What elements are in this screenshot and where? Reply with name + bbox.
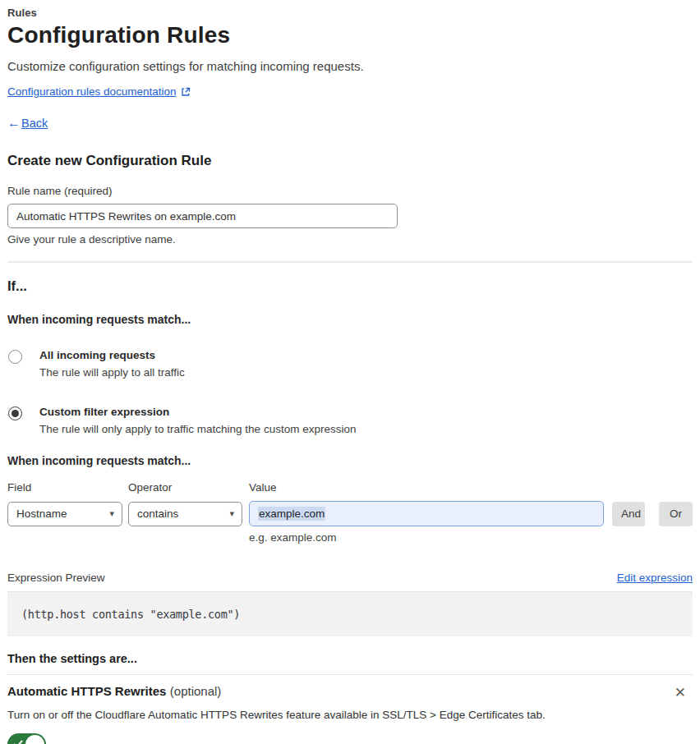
section-divider <box>7 261 693 263</box>
operator-select[interactable]: contains ▾ <box>128 502 242 526</box>
page-subtitle: Customize configuration settings for mat… <box>7 59 693 73</box>
breadcrumb: Rules <box>7 7 693 19</box>
back-link-row[interactable]: ← Back <box>7 116 693 131</box>
automatic-https-rewrites-toggle[interactable] <box>7 733 46 744</box>
check-icon <box>12 738 24 744</box>
chevron-down-icon: ▾ <box>109 508 114 519</box>
expression-preview-code: (http.host contains "example.com") <box>7 592 693 636</box>
builder-heading: When incoming requests match... <box>7 454 693 467</box>
match-heading: When incoming requests match... <box>7 313 693 326</box>
radio-option-all-requests[interactable]: All incoming requests The rule will appl… <box>7 349 693 379</box>
and-button[interactable]: And <box>612 502 645 526</box>
setting-description: Turn on or off the Cloudflare Automatic … <box>7 709 693 721</box>
value-input-text: example.com <box>258 507 325 521</box>
radio-label: Custom filter expression <box>39 406 356 418</box>
field-select-value: Hostname <box>16 507 67 520</box>
setting-divider <box>7 674 693 675</box>
close-icon[interactable]: ✕ <box>673 684 693 701</box>
radio-unselected-icon[interactable] <box>8 350 22 364</box>
chevron-down-icon: ▾ <box>229 508 234 519</box>
then-settings-heading: Then the settings are... <box>7 652 693 665</box>
rule-name-help: Give your rule a descriptive name. <box>7 233 693 246</box>
radio-option-custom-filter[interactable]: Custom filter expression The rule will o… <box>7 406 693 435</box>
or-button[interactable]: Or <box>659 502 693 526</box>
setting-name: Automatic HTTPS Rewrites <box>7 684 166 698</box>
value-help-text: e.g. example.com <box>249 531 693 544</box>
if-heading: If... <box>7 278 693 294</box>
page-title: Configuration Rules <box>7 22 693 48</box>
value-input[interactable]: example.com <box>249 501 604 526</box>
back-link[interactable]: Back <box>21 117 48 130</box>
rule-name-label: Rule name (required) <box>7 185 693 197</box>
field-select[interactable]: Hostname ▾ <box>7 502 122 526</box>
operator-column-label: Operator <box>128 481 249 494</box>
radio-description: The rule will only apply to traffic matc… <box>39 423 356 435</box>
edit-expression-link[interactable]: Edit expression <box>617 572 693 584</box>
setting-optional-tag: (optional) <box>170 684 222 698</box>
external-link-icon <box>181 87 191 97</box>
field-column-label: Field <box>7 481 128 494</box>
documentation-link[interactable]: Configuration rules documentation <box>7 85 177 98</box>
value-column-label: Value <box>249 481 277 494</box>
expression-preview-label: Expression Preview <box>7 572 105 584</box>
expression-text: (http.host contains "example.com") <box>21 608 240 621</box>
toggle-knob <box>25 735 44 744</box>
radio-selected-icon[interactable] <box>8 406 22 420</box>
rule-name-input[interactable] <box>7 204 398 228</box>
radio-description: The rule will apply to all traffic <box>39 366 185 379</box>
create-rule-heading: Create new Configuration Rule <box>7 153 693 169</box>
radio-label: All incoming requests <box>39 349 185 361</box>
operator-select-value: contains <box>137 507 178 520</box>
back-arrow-icon: ← <box>7 116 21 131</box>
